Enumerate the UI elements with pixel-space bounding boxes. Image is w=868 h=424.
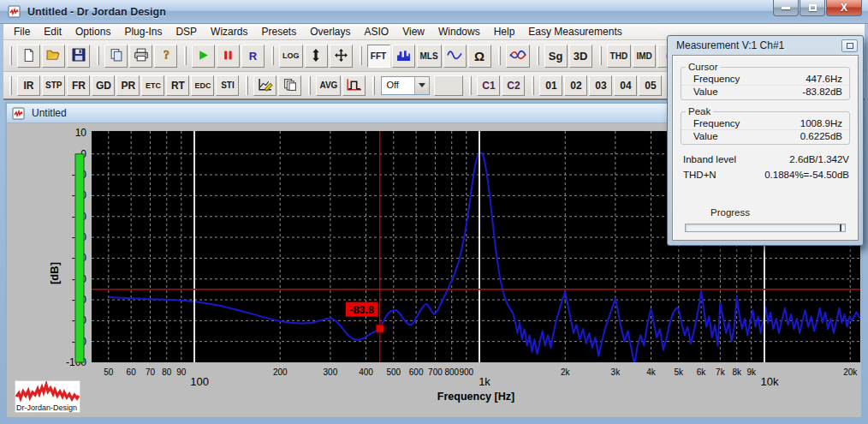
toolbar-grip (184, 46, 187, 65)
record-button[interactable]: R (241, 45, 265, 68)
menu-windows[interactable]: Windows (431, 24, 487, 39)
pause-button[interactable] (217, 45, 240, 68)
wave-icon (447, 49, 462, 63)
maximize-button[interactable] (800, 0, 825, 16)
signal-generator-button[interactable]: Sg (544, 45, 568, 68)
mls-button[interactable]: MLS (417, 45, 442, 68)
document-icon (12, 107, 27, 120)
pulse-button[interactable] (342, 75, 366, 96)
copy-button[interactable] (104, 45, 128, 68)
toolbar-grip (97, 46, 99, 65)
progress-label: Progress (710, 207, 750, 218)
smoothing-button[interactable] (443, 45, 467, 68)
preset-03-button[interactable]: 03 (589, 75, 612, 96)
logo-text: Dr-Jordan-Design (16, 403, 77, 412)
row-label: Value (693, 131, 718, 141)
y-axis-label: [dB] (48, 262, 61, 284)
imd-button[interactable]: IMD (633, 45, 656, 68)
chevron-down-icon (419, 83, 425, 87)
brand-logo: Dr-Jordan-Design (15, 380, 80, 413)
ir-button[interactable]: IR (17, 75, 40, 96)
toolbar-grip (308, 76, 311, 95)
window-title: Untitled - Dr Jordan Design (27, 6, 166, 18)
stat-row: THD+N0.1884%=-54.50dB (673, 167, 858, 182)
help-button[interactable]: ? (154, 45, 177, 68)
spare-button[interactable] (434, 75, 463, 96)
preset-05-button[interactable]: 05 (639, 75, 662, 96)
menu-options[interactable]: Options (68, 24, 117, 39)
channel-1-button[interactable]: C1 (477, 75, 500, 96)
edc-button[interactable]: EDC (191, 75, 214, 96)
menu-dsp[interactable]: DSP (169, 24, 204, 39)
rt-button[interactable]: RT (166, 75, 189, 96)
x-tick-label: 3k (611, 367, 621, 377)
menu-presets[interactable]: Presets (254, 24, 303, 39)
fr-button[interactable]: FR (67, 75, 90, 96)
menu-view[interactable]: View (395, 24, 431, 39)
pages-icon (283, 78, 297, 93)
progress-bar (685, 224, 846, 232)
pr-button[interactable]: PR (116, 75, 140, 96)
menu-plug-ins[interactable]: Plug-Ins (117, 24, 169, 39)
app-icon (8, 5, 22, 18)
toolbar-grip (498, 46, 501, 65)
toolbar-grip (9, 46, 12, 65)
plot-export-button[interactable] (253, 75, 276, 96)
menu-wizards[interactable]: Wizards (204, 24, 254, 39)
menu-file[interactable]: File (7, 24, 37, 39)
cursor-marker[interactable] (376, 325, 383, 332)
stat-label: THD+N (683, 170, 716, 180)
gd-button[interactable]: GD (92, 75, 115, 96)
menu-help[interactable]: Help (487, 24, 522, 39)
x-major-tick-label: 1k (479, 375, 490, 388)
menu-easy-measurements[interactable]: Easy Measurements (521, 24, 628, 39)
application-window: Untitled - Dr Jordan Design X FileEditOp… (0, 0, 868, 424)
log-scale-button[interactable]: LOG (279, 45, 303, 68)
print-button[interactable] (129, 45, 152, 68)
toolbar-grip (532, 76, 534, 95)
stat-label: Inband level (683, 154, 736, 164)
close-icon: X (841, 2, 847, 14)
menu-asio[interactable]: ASIO (357, 24, 395, 39)
etc-button[interactable]: ETC (141, 75, 164, 96)
average-button[interactable]: AVG (316, 75, 341, 96)
minimize-button[interactable] (773, 0, 799, 16)
preset-04-button[interactable]: 04 (614, 75, 637, 96)
sti-button[interactable]: STI (216, 75, 239, 96)
x-tick-label: 400 (359, 367, 373, 377)
impedance-button[interactable]: Ω (468, 45, 491, 68)
vertical-zoom-button[interactable] (305, 45, 328, 68)
title-bar[interactable]: Untitled - Dr Jordan Design X (0, 0, 868, 24)
new-file-button[interactable] (17, 45, 40, 68)
measurement-panel[interactable]: Measurement V:1 Ch#1 CursorFrequency447.… (667, 35, 864, 246)
thd-button[interactable]: THD (607, 45, 632, 68)
window-select-combo[interactable]: Off (381, 76, 430, 95)
menu-edit[interactable]: Edit (37, 24, 68, 39)
svg-text:?: ? (163, 49, 169, 62)
menu-overlays[interactable]: Overlays (303, 24, 357, 39)
scope-button[interactable] (506, 45, 530, 68)
panel-close-button[interactable] (841, 39, 858, 52)
measurement-panel-title: Measurement V:1 Ch#1 (676, 39, 784, 51)
preset-01-button[interactable]: 01 (539, 75, 562, 96)
stp-button[interactable]: STP (42, 75, 65, 96)
fft-button[interactable]: FFT (367, 45, 390, 68)
save-file-button[interactable] (67, 45, 90, 68)
play-button[interactable] (192, 45, 215, 68)
measurement-panel-content: CursorFrequency447.6HzValue-83.82dBPeakF… (672, 55, 859, 241)
waterfall-3d-button[interactable]: 3D (569, 45, 592, 68)
channel-2-button[interactable]: C2 (502, 75, 525, 96)
close-button[interactable]: X (826, 0, 862, 16)
step-icon (346, 78, 362, 93)
bars-icon (396, 49, 411, 63)
preset-02-button[interactable]: 02 (564, 75, 587, 96)
x-tick-label: 800 (444, 367, 459, 377)
combo-dropdown-button[interactable] (414, 77, 429, 94)
pages-button[interactable] (278, 75, 301, 96)
x-tick-label: 200 (273, 367, 288, 377)
spectrum-button[interactable] (392, 45, 415, 68)
pan-button[interactable] (330, 45, 353, 68)
open-file-button[interactable] (42, 45, 65, 68)
x-tick-label: 7k (716, 367, 726, 377)
row-value: 447.6Hz (806, 74, 842, 84)
